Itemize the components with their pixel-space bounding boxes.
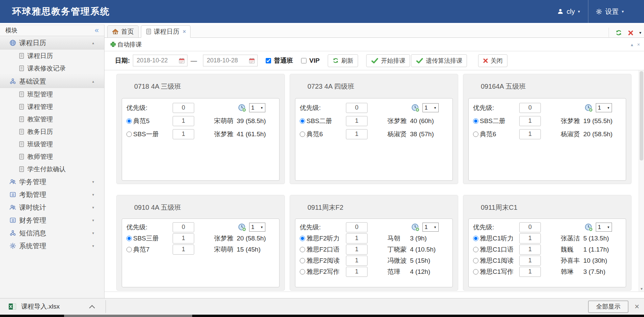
scroll-down-icon[interactable]: ▼	[639, 287, 644, 291]
course-value-input[interactable]	[346, 116, 368, 126]
sidebar-group-sms[interactable]: 短信消息 ▾	[0, 227, 104, 239]
download-filename[interactable]: 课程导入.xlsx	[21, 302, 60, 311]
sidebar-group-course-calendar[interactable]: 课程日历 ▴	[0, 36, 104, 50]
normal-class-checkbox[interactable]: 普通班	[266, 56, 293, 65]
vertical-scrollbar[interactable]: ▼	[639, 70, 644, 291]
course-radio[interactable]	[300, 258, 305, 263]
priority-input[interactable]	[519, 222, 541, 232]
refresh-tab-icon[interactable]	[615, 29, 622, 36]
tab-home[interactable]: 首页	[107, 25, 139, 38]
show-all-downloads-button[interactable]: 全部显示	[588, 300, 628, 313]
course-value-input[interactable]	[346, 129, 368, 139]
course-radio[interactable]	[300, 118, 305, 124]
course-radio[interactable]	[473, 247, 478, 252]
course-radio[interactable]	[300, 269, 305, 275]
course-radio[interactable]	[473, 236, 478, 241]
caret-up-icon: ▴	[92, 79, 94, 84]
sidebar-group-finance[interactable]: 财务管理 ▾	[0, 214, 104, 227]
settings-menu[interactable]: 设置 ▾	[596, 7, 624, 16]
sidebar-item-course-mgmt[interactable]: 课程管理	[0, 100, 104, 113]
vip-checkbox[interactable]: VIP	[301, 57, 320, 64]
priority-input[interactable]	[519, 103, 541, 113]
schedule-time-icon[interactable]	[584, 104, 593, 112]
slot-select[interactable]: 1▼	[249, 223, 265, 232]
priority-input[interactable]	[173, 103, 194, 113]
course-value-input[interactable]	[173, 233, 194, 243]
course-value-input[interactable]	[519, 244, 541, 255]
course-value-input[interactable]	[346, 233, 368, 243]
sidebar-item-teacher-mgmt[interactable]: 教师管理	[0, 150, 104, 163]
course-value-input[interactable]	[346, 267, 368, 277]
sidebar-item-course-calendar[interactable]: 课程日历	[0, 50, 104, 62]
schedule-time-icon[interactable]	[411, 104, 420, 112]
chevron-up-icon[interactable]	[89, 304, 95, 309]
vip-checkbox-input[interactable]	[301, 58, 306, 63]
slot-select[interactable]: 1▼	[596, 223, 612, 232]
sidebar-item-class-mgmt[interactable]: 班级管理	[0, 138, 104, 150]
course-value-input[interactable]	[173, 244, 194, 255]
course-name: 典范5	[133, 117, 150, 125]
close-all-tabs-icon[interactable]	[628, 30, 634, 36]
start-scheduling-button[interactable]: 开始排课	[366, 54, 410, 67]
priority-input[interactable]	[173, 222, 194, 232]
schedule-time-icon[interactable]	[584, 223, 593, 232]
close-button[interactable]: 关闭	[478, 54, 507, 67]
scrollbar-thumb[interactable]	[640, 71, 643, 161]
tab-list-caret-icon[interactable]: ▾	[639, 30, 641, 35]
close-panel-icon[interactable]: ×	[637, 42, 640, 47]
course-radio[interactable]	[473, 118, 478, 124]
sidebar-item-student-payment[interactable]: 学生付款确认	[0, 163, 104, 175]
course-value-input[interactable]	[519, 116, 541, 126]
close-download-bar-icon[interactable]: ×	[635, 302, 639, 311]
sidebar-group-basic-settings[interactable]: 基础设置 ▴	[0, 75, 104, 88]
course-value-input[interactable]	[346, 256, 368, 266]
priority-input[interactable]	[346, 103, 368, 113]
tab-course-calendar[interactable]: 课程日历 ×	[141, 25, 191, 38]
slot-select[interactable]: 1▼	[596, 103, 612, 112]
priority-input[interactable]	[346, 222, 368, 232]
schedule-time-icon[interactable]	[238, 104, 246, 112]
slot-select[interactable]: 1▼	[249, 103, 265, 112]
sidebar-group-system[interactable]: 系统管理 ▾	[0, 239, 104, 252]
sidebar-item-timetable-history[interactable]: 课表修改记录	[0, 62, 104, 75]
course-value-input[interactable]	[173, 116, 194, 126]
caret-up-icon: ▴	[92, 41, 94, 45]
course-radio[interactable]	[300, 236, 305, 241]
genetic-scheduling-button[interactable]: 遗传算法排课	[411, 54, 467, 67]
collapse-panel-icon[interactable]: ▴	[631, 42, 633, 47]
course-value-input[interactable]	[519, 267, 541, 277]
course-value-input[interactable]	[346, 244, 368, 255]
course-value-input[interactable]	[519, 129, 541, 139]
course-radio[interactable]	[300, 132, 305, 137]
normal-class-checkbox-input[interactable]	[266, 58, 271, 63]
sidebar-group-student-affairs[interactable]: 学务管理 ▾	[0, 175, 104, 188]
sidebar-item-class-type[interactable]: 班型管理	[0, 88, 104, 100]
sidebar-item-classroom-mgmt[interactable]: 教室管理	[0, 113, 104, 125]
sidebar-group-hours-stats[interactable]: 课时统计 ▾	[0, 201, 104, 214]
course-value-input[interactable]	[519, 233, 541, 243]
course-radio[interactable]	[300, 247, 305, 252]
schedule-time-icon[interactable]	[411, 223, 420, 232]
close-tab-icon[interactable]: ×	[183, 29, 186, 35]
collapse-sidebar-icon[interactable]: «	[95, 27, 99, 34]
slot-select[interactable]: 1▼	[422, 103, 439, 112]
user-menu[interactable]: cly ▾	[557, 8, 580, 16]
course-radio[interactable]	[126, 247, 132, 252]
course-radio[interactable]	[126, 118, 132, 124]
course-radio[interactable]	[473, 258, 478, 263]
horizontal-scrollbar-thumb[interactable]	[64, 315, 192, 317]
course-radio[interactable]	[126, 236, 132, 241]
sidebar-group-attendance[interactable]: 考勤管理 ▾	[0, 188, 104, 201]
schedule-time-icon[interactable]	[238, 223, 246, 232]
course-value-input[interactable]	[173, 129, 194, 139]
refresh-button[interactable]: 刷新	[328, 54, 358, 67]
course-radio[interactable]	[126, 132, 132, 137]
horizontal-scrollbar[interactable]	[0, 315, 644, 317]
course-radio[interactable]	[473, 132, 478, 137]
calendar-icon[interactable]	[178, 57, 185, 64]
calendar-icon[interactable]	[248, 57, 255, 64]
sidebar-item-academic-calendar[interactable]: 教务日历	[0, 125, 104, 138]
course-value-input[interactable]	[519, 256, 541, 266]
slot-select[interactable]: 1▼	[422, 223, 439, 232]
course-radio[interactable]	[473, 269, 478, 275]
